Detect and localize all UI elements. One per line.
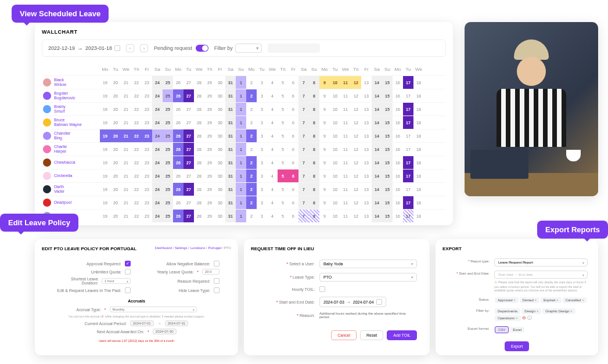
breadcrumb[interactable]: Dashboard / Settings / Locations / Portu… bbox=[155, 246, 231, 250]
day-cell[interactable]: 29 bbox=[204, 143, 215, 156]
day-cell[interactable]: 11 bbox=[340, 183, 351, 196]
day-cell[interactable]: 7 bbox=[298, 210, 309, 222]
day-cell[interactable]: 22 bbox=[131, 76, 142, 89]
day-cell[interactable]: 18 bbox=[413, 143, 424, 156]
day-cell[interactable]: 10 bbox=[330, 170, 340, 182]
day-cell[interactable]: 31 bbox=[225, 143, 236, 156]
day-cell[interactable]: 14 bbox=[372, 89, 382, 102]
day-cell[interactable]: 20 bbox=[110, 156, 121, 169]
day-cell[interactable]: 8 bbox=[309, 76, 319, 89]
day-cell[interactable]: 11 bbox=[340, 116, 351, 129]
day-cell[interactable]: 28 bbox=[194, 143, 204, 156]
person-cell[interactable]: BruceBatman Wayne bbox=[42, 116, 100, 129]
day-cell[interactable]: 7 bbox=[298, 76, 309, 89]
day-cell[interactable]: 2 bbox=[246, 76, 257, 89]
day-cell[interactable]: 1 bbox=[236, 76, 246, 89]
day-cell[interactable]: 27 bbox=[184, 183, 194, 196]
day-cell[interactable]: 17 bbox=[403, 183, 413, 196]
day-cell[interactable]: 12 bbox=[351, 196, 361, 209]
day-cell[interactable]: 22 bbox=[131, 156, 142, 169]
day-cell[interactable]: 17 bbox=[403, 129, 413, 142]
day-cell[interactable]: 19 bbox=[100, 183, 110, 196]
day-cell[interactable]: 16 bbox=[393, 156, 403, 169]
day-cell[interactable]: 8 bbox=[309, 116, 319, 129]
day-cell[interactable]: 3 bbox=[257, 143, 267, 156]
day-cell[interactable]: 30 bbox=[215, 170, 225, 182]
day-cell[interactable]: 3 bbox=[257, 170, 267, 182]
day-cell[interactable]: 20 bbox=[110, 196, 121, 209]
day-cell[interactable]: 29 bbox=[204, 103, 215, 116]
day-cell[interactable]: 3 bbox=[257, 89, 267, 102]
day-cell[interactable]: 1 bbox=[236, 196, 246, 209]
day-cell[interactable]: 5 bbox=[278, 210, 288, 222]
day-cell[interactable]: 8 bbox=[309, 183, 319, 196]
day-cell[interactable]: 26 bbox=[173, 210, 184, 222]
day-cell[interactable]: 11 bbox=[340, 89, 351, 102]
day-cell[interactable]: 26 bbox=[173, 129, 184, 142]
day-cell[interactable]: 16 bbox=[393, 170, 403, 182]
day-cell[interactable]: 6 bbox=[288, 156, 298, 169]
day-cell[interactable]: 7 bbox=[298, 143, 309, 156]
day-cell[interactable]: 6 bbox=[288, 143, 298, 156]
day-cell[interactable]: 17 bbox=[403, 210, 413, 222]
day-cell[interactable]: 1 bbox=[236, 183, 246, 196]
day-cell[interactable]: 22 bbox=[131, 116, 142, 129]
day-cell[interactable]: 8 bbox=[309, 210, 319, 222]
day-cell[interactable]: 13 bbox=[361, 156, 372, 169]
day-cell[interactable]: 10 bbox=[330, 116, 340, 129]
day-cell[interactable]: 1 bbox=[236, 129, 246, 142]
day-cell[interactable]: 19 bbox=[100, 116, 110, 129]
day-cell[interactable]: 3 bbox=[257, 129, 267, 142]
day-cell[interactable]: 28 bbox=[194, 116, 204, 129]
day-cell[interactable]: 17 bbox=[403, 89, 413, 102]
day-cell[interactable]: 20 bbox=[110, 183, 121, 196]
day-cell[interactable]: 29 bbox=[204, 196, 215, 209]
day-cell[interactable]: 29 bbox=[204, 156, 215, 169]
day-cell[interactable]: 5 bbox=[278, 76, 288, 89]
day-cell[interactable]: 10 bbox=[330, 156, 340, 169]
day-cell[interactable]: 27 bbox=[184, 116, 194, 129]
day-cell[interactable]: 23 bbox=[142, 103, 152, 116]
day-cell[interactable]: 22 bbox=[131, 196, 142, 209]
day-cell[interactable]: 13 bbox=[361, 210, 372, 222]
day-cell[interactable]: 19 bbox=[100, 156, 110, 169]
day-cell[interactable]: 3 bbox=[257, 116, 267, 129]
day-cell[interactable]: 20 bbox=[110, 116, 121, 129]
day-cell[interactable]: 8 bbox=[309, 143, 319, 156]
day-cell[interactable]: 4 bbox=[267, 183, 278, 196]
day-cell[interactable]: 8 bbox=[309, 196, 319, 209]
day-cell[interactable]: 2 bbox=[246, 156, 257, 169]
day-cell[interactable]: 4 bbox=[267, 196, 278, 209]
day-cell[interactable]: 23 bbox=[142, 210, 152, 222]
day-cell[interactable]: 13 bbox=[361, 183, 372, 196]
add-toil-button[interactable]: Add TOIL bbox=[387, 330, 417, 340]
day-cell[interactable]: 3 bbox=[257, 76, 267, 89]
day-cell[interactable]: 17 bbox=[403, 143, 413, 156]
next-button[interactable]: › bbox=[140, 44, 148, 52]
accrual-type-select[interactable]: Monthly bbox=[110, 307, 197, 312]
day-cell[interactable]: 10 bbox=[330, 103, 340, 116]
day-cell[interactable]: 6 bbox=[288, 210, 298, 222]
day-cell[interactable]: 16 bbox=[393, 196, 403, 209]
day-cell[interactable]: 18 bbox=[413, 116, 424, 129]
day-cell[interactable]: 5 bbox=[278, 156, 288, 169]
day-cell[interactable]: 6 bbox=[288, 129, 298, 142]
day-cell[interactable]: 28 bbox=[194, 156, 204, 169]
csv-option[interactable]: CSV bbox=[495, 326, 509, 333]
day-cell[interactable]: 14 bbox=[372, 103, 382, 116]
prev-button[interactable]: ‹ bbox=[126, 44, 134, 52]
day-cell[interactable]: 25 bbox=[163, 103, 173, 116]
day-cell[interactable]: 6 bbox=[288, 89, 298, 102]
day-cell[interactable]: 8 bbox=[309, 103, 319, 116]
day-cell[interactable]: 6 bbox=[288, 196, 298, 209]
day-cell[interactable]: 25 bbox=[163, 170, 173, 182]
person-cell[interactable]: ChandlerBing bbox=[42, 129, 100, 142]
day-cell[interactable]: 10 bbox=[330, 76, 340, 89]
day-cell[interactable]: 13 bbox=[361, 76, 372, 89]
day-cell[interactable]: 24 bbox=[152, 156, 163, 169]
day-cell[interactable]: 31 bbox=[225, 196, 236, 209]
filter-chips[interactable]: DepartmentsDesignGraphic DesignOperation… bbox=[494, 308, 588, 322]
exp-date-range[interactable]: Start date → End date bbox=[494, 271, 588, 279]
day-cell[interactable]: 31 bbox=[225, 129, 236, 142]
date-range[interactable]: 2022-12-19 → 2023-01-18 bbox=[48, 45, 120, 52]
